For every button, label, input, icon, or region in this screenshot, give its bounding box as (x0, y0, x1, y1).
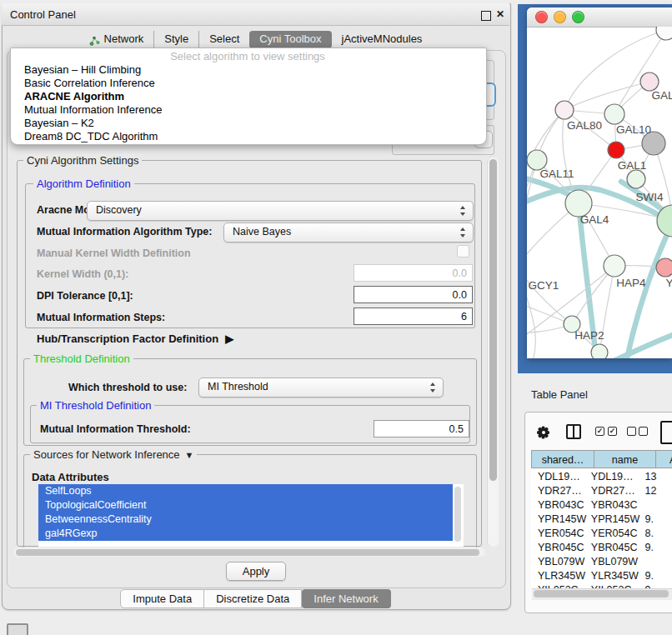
which-threshold-combobox[interactable]: MI Threshold (198, 378, 444, 398)
network-node[interactable] (591, 344, 608, 358)
algorithm-option-mutual-information-inference[interactable]: Mutual Information Inference (11, 103, 483, 117)
table-cell: YBR043C (531, 498, 588, 512)
table-cell: YBR043C (588, 498, 643, 512)
algorithm-option-dream8-dc-tdc-algorithm[interactable]: Dream8 DC_TDC Algorithm (11, 130, 483, 143)
float-window-icon[interactable] (481, 11, 491, 21)
table-row[interactable]: YLR345WYLR345W9. (531, 569, 672, 583)
algorithm-option-basic-correlation-inference[interactable]: Basic Correlation Inference (11, 77, 483, 90)
checked-rows-icon[interactable]: ✓ (608, 427, 617, 436)
algorithm-definition-title: Algorithm Definition (33, 178, 134, 190)
settings-horizontal-scrollbar[interactable] (13, 548, 485, 557)
table-cell: 12 (642, 484, 672, 498)
table-row[interactable]: YDL19…YDL19…13 (531, 470, 672, 484)
node-label: GAL (651, 89, 672, 102)
scrollbar-thumb[interactable] (16, 549, 479, 556)
scrollbar-thumb[interactable] (454, 487, 461, 542)
algorithm-option-aracne-algorithm[interactable]: ARACNE Algorithm (11, 90, 483, 103)
table-cell: YDL19… (588, 470, 643, 484)
tab-cyni-toolbox[interactable]: Cyni Toolbox (249, 31, 331, 48)
table-cell: YLR345W (531, 569, 588, 583)
table-row[interactable]: YPR145WYPR145W9. (531, 512, 672, 527)
stepper-arrows-icon (460, 227, 466, 238)
control-panel-tabbar: NetworkStyleSelectCyni ToolboxjActiveMNo… (2, 30, 509, 48)
scrollbar-thumb[interactable] (534, 590, 669, 598)
sources-title[interactable]: Sources for Network Inference▼ (30, 448, 197, 461)
zoom-window-icon[interactable] (572, 11, 584, 23)
minimize-window-icon[interactable] (554, 11, 566, 23)
kernel-width-field (354, 264, 473, 282)
tab-jactivemnodules[interactable]: jActiveMNodules (332, 31, 433, 48)
bottom-tab-impute-data[interactable]: Impute Data (120, 589, 204, 608)
aracne-mode-combobox[interactable]: Discovery (87, 201, 474, 221)
table-row[interactable]: YBR043CYBR043C (531, 498, 672, 512)
algorithm-option-bayesian-hill-climbing[interactable]: Bayesian – Hill Climbing (11, 63, 483, 77)
bottom-tab-discretize-data[interactable]: Discretize Data (204, 589, 302, 608)
network-edge[interactable] (564, 82, 649, 110)
network-node-hap4[interactable] (604, 255, 625, 277)
tab-style[interactable]: Style (153, 31, 198, 48)
settings-group-title: Cyni Algorithm Settings (23, 154, 142, 167)
tab-select[interactable]: Select (198, 31, 249, 48)
aracne-mode-value: Discovery (96, 204, 142, 216)
which-threshold-label: Which threshold to use: (68, 382, 187, 393)
table-cell: YBR045C (588, 541, 643, 555)
settings-vertical-scrollbar[interactable] (487, 158, 499, 547)
checked-rows-icon[interactable]: ✓ (595, 427, 604, 436)
network-node-gal10[interactable] (604, 104, 624, 124)
node-label: GAL1 (618, 159, 647, 172)
table-row[interactable]: YBL079WYBL079W (531, 555, 672, 569)
attribute-selfloops[interactable]: SelfLoops (38, 484, 453, 498)
table-cell: 9. (642, 541, 672, 555)
scrollbar-thumb[interactable] (489, 159, 497, 481)
table-cell: YER054C (531, 527, 588, 541)
table-row[interactable]: YER054CYER054C8. (531, 527, 672, 541)
network-canvas[interactable]: GALGAL80GAL10GAL1GAL11SWI4GAL4GCY1HAP4YH… (527, 27, 672, 358)
network-node-swi4[interactable] (627, 170, 645, 188)
attribute-list-scrollbar[interactable] (454, 486, 462, 544)
table-cell: YPR145W (588, 512, 643, 527)
network-node-gal[interactable] (640, 72, 659, 91)
hub-factor-expander[interactable]: Hub/Transcription Factor Definition▶ (37, 332, 233, 345)
network-node-gal1[interactable] (608, 142, 624, 158)
mi-type-combobox[interactable]: Naive Bayes (223, 222, 474, 242)
bottom-tab-infer-network[interactable]: Infer Network (302, 589, 390, 608)
which-threshold-value: MI Threshold (208, 381, 268, 392)
table-row[interactable]: YDR27…YDR27…12 (531, 484, 672, 498)
unchecked-rows-icon[interactable] (639, 427, 648, 436)
node-label: GCY1 (529, 279, 559, 292)
settings-gear-icon[interactable] (536, 425, 550, 439)
table-cell: YDR27… (531, 484, 588, 498)
node-label: SWI4 (635, 191, 663, 203)
data-attributes-label: Data Attributes (32, 471, 109, 483)
attribute-betweennesscentrality[interactable]: BetweennessCentrality (38, 512, 453, 527)
column-header-name[interactable]: name (594, 450, 656, 468)
network-node-y[interactable] (656, 258, 672, 277)
column-header-shared[interactable]: shared… (531, 450, 594, 468)
dpi-tolerance-field[interactable] (354, 286, 473, 303)
apply-button[interactable]: Apply (226, 562, 286, 581)
network-edge[interactable] (527, 160, 537, 267)
attribute-topologicalcoefficient[interactable]: TopologicalCoefficient (38, 498, 453, 512)
kernel-width-label: Kernel Width (0,1): (37, 268, 128, 280)
tab-label: Cyni Toolbox (259, 31, 321, 48)
unchecked-rows-icon[interactable] (627, 427, 636, 436)
export-table-icon[interactable] (660, 421, 672, 444)
mi-threshold-field[interactable] (374, 420, 469, 438)
network-node-gal80[interactable] (555, 101, 574, 119)
node-label: Y (665, 277, 672, 289)
attribute-gal4rgexp[interactable]: gal4RGexp (38, 527, 453, 541)
node-label: GAL11 (539, 168, 574, 180)
close-window-icon[interactable] (535, 11, 548, 23)
node-label: GAL80 (567, 119, 602, 132)
split-panel-icon[interactable] (566, 424, 581, 439)
network-node[interactable] (656, 27, 672, 40)
network-window-titlebar[interactable] (527, 8, 672, 28)
panel-corner-icon[interactable] (7, 623, 28, 635)
mi-steps-field[interactable] (354, 308, 473, 325)
network-edge[interactable] (600, 333, 672, 358)
close-icon[interactable]: ✕ (496, 8, 504, 20)
column-header-a[interactable]: A (656, 450, 672, 468)
tab-network[interactable]: Network (79, 31, 154, 48)
table-row[interactable]: YBR045CYBR045C9. (531, 541, 672, 555)
algorithm-option-bayesian-k2[interactable]: Bayesian – K2 (11, 117, 483, 130)
